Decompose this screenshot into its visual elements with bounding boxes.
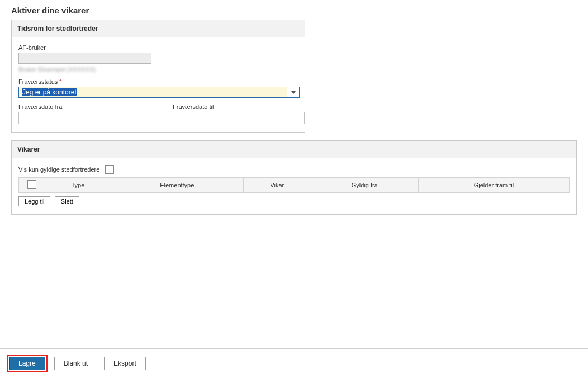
legg-til-button[interactable]: Legg til bbox=[18, 196, 50, 206]
fravaersstatus-combo[interactable]: Jeg er på kontoret bbox=[18, 87, 300, 98]
col-vikar[interactable]: Vikar bbox=[243, 178, 311, 193]
fravaersdato-fra-label: Fraværsdato fra bbox=[18, 103, 150, 110]
af-bruker-info: Bruker Eksempel (XXXXXX) bbox=[18, 66, 298, 73]
panel-tidsrom: Tidsrom for stedfortreder AF-bruker Bruk… bbox=[11, 20, 305, 133]
fravaersstatus-label: Fraværsstatus * bbox=[18, 78, 298, 85]
vis-gyldige-label: Vis kun gyldige stedfortredere bbox=[18, 166, 99, 173]
vis-gyldige-checkbox[interactable] bbox=[105, 165, 114, 174]
fravaersstatus-value: Jeg er på kontoret bbox=[19, 87, 287, 97]
fravaersdato-fra-input[interactable] bbox=[18, 112, 150, 124]
select-all-checkbox[interactable] bbox=[27, 180, 36, 189]
chevron-down-icon bbox=[291, 91, 296, 94]
panel-vikarer-title: Vikarer bbox=[12, 141, 576, 158]
fravaersdato-til-label: Fraværsdato til bbox=[173, 103, 305, 110]
col-gjelder-til[interactable]: Gjelder fram til bbox=[418, 178, 569, 193]
vikarer-table: Type Elementtype Vikar Gyldig fra Gjelde… bbox=[18, 177, 570, 193]
af-bruker-label: AF-bruker bbox=[18, 44, 298, 51]
panel-tidsrom-title: Tidsrom for stedfortreder bbox=[12, 20, 305, 37]
slett-button[interactable]: Slett bbox=[55, 196, 79, 206]
page-title: Aktiver dine vikarer bbox=[11, 0, 577, 20]
panel-vikarer: Vikarer Vis kun gyldige stedfortredere T… bbox=[11, 140, 577, 215]
fravaersdato-til-input[interactable] bbox=[173, 112, 305, 124]
col-elementtype[interactable]: Elementtype bbox=[111, 178, 243, 193]
af-bruker-input[interactable] bbox=[18, 53, 151, 64]
col-gyldig-fra[interactable]: Gyldig fra bbox=[311, 178, 418, 193]
col-type[interactable]: Type bbox=[45, 178, 111, 193]
fravaersstatus-dropdown-button[interactable] bbox=[287, 87, 299, 97]
